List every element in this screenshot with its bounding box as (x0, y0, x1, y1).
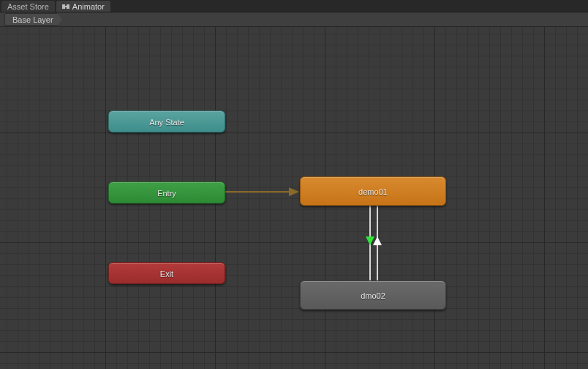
layer-crumb-base[interactable]: Base Layer (4, 13, 63, 26)
edge-dmo02-demo01-arrow-icon (373, 236, 382, 245)
animator-graph-canvas[interactable]: Any State Entry Exit demo01 dmo02 (0, 27, 588, 369)
node-exit-label: Exit (160, 269, 173, 278)
tab-animator-label: Animator (72, 2, 105, 11)
node-demo01[interactable]: demo01 (300, 176, 446, 206)
node-dmo02-label: dmo02 (361, 291, 385, 300)
node-any-state[interactable]: Any State (108, 111, 225, 133)
node-exit[interactable]: Exit (108, 262, 225, 284)
svg-rect-1 (67, 4, 69, 9)
node-any-state-label: Any State (149, 118, 184, 127)
node-entry[interactable]: Entry (108, 182, 225, 204)
node-entry-label: Entry (157, 189, 176, 198)
edge-entry-demo01-arrow-icon (289, 187, 299, 196)
graph-edges (0, 27, 588, 369)
layer-breadcrumb-row: Base Layer (0, 12, 588, 27)
editor-tabs-row: Asset Store Animator (0, 0, 588, 12)
node-dmo02[interactable]: dmo02 (300, 280, 446, 310)
layer-crumb-base-label: Base Layer (12, 15, 53, 24)
node-demo01-label: demo01 (358, 187, 388, 196)
animator-icon (62, 3, 69, 10)
tab-asset-store-label: Asset Store (7, 2, 49, 11)
tab-animator[interactable]: Animator (56, 1, 110, 12)
tab-asset-store[interactable]: Asset Store (1, 1, 55, 12)
edge-demo01-dmo02-arrow-icon (366, 236, 374, 245)
svg-rect-0 (62, 4, 65, 9)
svg-rect-2 (65, 6, 67, 7)
